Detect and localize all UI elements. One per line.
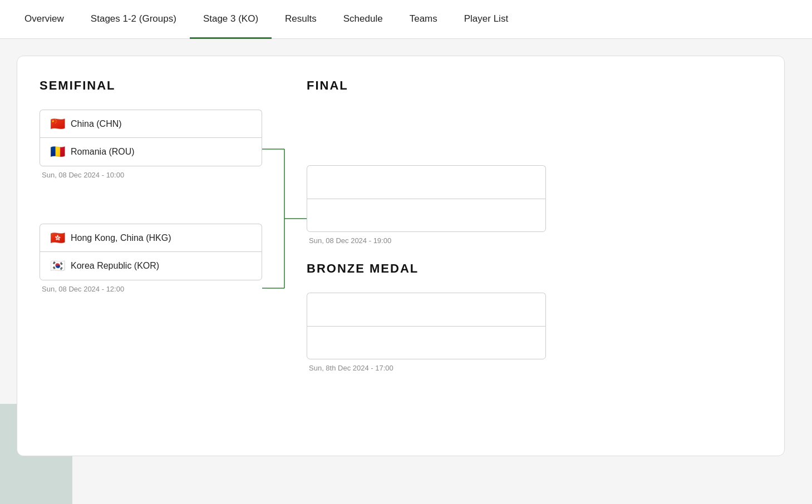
hongkong-name: Hong Kong, China (HKG) — [71, 233, 171, 243]
semifinal-match-2-date: Sun, 08 Dec 2024 - 12:00 — [40, 285, 262, 293]
nav-item-stage-ko[interactable]: Stage 3 (KO) — [190, 0, 272, 39]
team-romania[interactable]: 🇷🇴 Romania (ROU) — [40, 137, 262, 166]
bronze-team-1[interactable] — [307, 293, 546, 326]
korea-name: Korea Republic (KOR) — [71, 261, 159, 271]
team-hongkong[interactable]: 🇭🇰 Hong Kong, China (HKG) — [40, 224, 262, 252]
final-heading: FINAL — [307, 78, 762, 93]
semifinal-match-1-date: Sun, 08 Dec 2024 - 10:00 — [40, 171, 262, 179]
semifinal-match-1: 🇨🇳 China (CHN) 🇷🇴 Romania (ROU) Sun, 08 … — [40, 110, 262, 179]
nav-item-stages-groups[interactable]: Stages 1-2 (Groups) — [77, 0, 190, 39]
china-flag: 🇨🇳 — [50, 118, 65, 130]
team-china[interactable]: 🇨🇳 China (CHN) — [40, 110, 262, 138]
semifinal-heading: SEMIFINAL — [40, 78, 262, 93]
bracket-connector-svg — [262, 109, 307, 376]
nav-item-teams[interactable]: Teams — [396, 0, 451, 39]
final-spacer — [307, 110, 762, 165]
final-teams — [307, 165, 546, 232]
main-content: SEMIFINAL 🇨🇳 China (CHN) 🇷🇴 Romania (ROU… — [0, 39, 812, 504]
nav-item-schedule[interactable]: Schedule — [330, 0, 396, 39]
final-team-1[interactable] — [307, 165, 546, 199]
nav-item-overview[interactable]: Overview — [11, 0, 77, 39]
final-team-2[interactable] — [307, 199, 546, 232]
china-name: China (CHN) — [71, 119, 122, 129]
final-column: FINAL Sun, 08 Dec 2024 - 19:00 BRONZE ME… — [307, 78, 762, 372]
korea-flag: 🇰🇷 — [50, 260, 65, 272]
final-section: FINAL Sun, 08 Dec 2024 - 19:00 BRONZE ME… — [307, 78, 762, 372]
bronze-section: BRONZE MEDAL Sun, 8th Dec 2024 - 17:00 — [307, 261, 762, 372]
semifinal-match-1-teams: 🇨🇳 China (CHN) 🇷🇴 Romania (ROU) — [40, 110, 262, 166]
bronze-heading: BRONZE MEDAL — [307, 261, 762, 276]
nav-item-results[interactable]: Results — [272, 0, 330, 39]
bronze-team-2[interactable] — [307, 326, 546, 359]
romania-name: Romania (ROU) — [71, 147, 135, 157]
bronze-date: Sun, 8th Dec 2024 - 17:00 — [307, 364, 762, 372]
bronze-teams — [307, 293, 546, 359]
team-korea[interactable]: 🇰🇷 Korea Republic (KOR) — [40, 251, 262, 280]
bracket-container: SEMIFINAL 🇨🇳 China (CHN) 🇷🇴 Romania (ROU… — [40, 78, 762, 372]
nav-item-player-list[interactable]: Player List — [451, 0, 521, 39]
bracket-card: SEMIFINAL 🇨🇳 China (CHN) 🇷🇴 Romania (ROU… — [17, 56, 785, 456]
semifinal-match-2-teams: 🇭🇰 Hong Kong, China (HKG) 🇰🇷 Korea Repub… — [40, 224, 262, 280]
final-date: Sun, 08 Dec 2024 - 19:00 — [307, 236, 762, 245]
semifinal-column: SEMIFINAL 🇨🇳 China (CHN) 🇷🇴 Romania (ROU… — [40, 78, 262, 315]
main-nav: OverviewStages 1-2 (Groups)Stage 3 (KO)R… — [0, 0, 812, 39]
romania-flag: 🇷🇴 — [50, 146, 65, 158]
semifinal-match-2: 🇭🇰 Hong Kong, China (HKG) 🇰🇷 Korea Repub… — [40, 224, 262, 293]
hongkong-flag: 🇭🇰 — [50, 232, 65, 244]
